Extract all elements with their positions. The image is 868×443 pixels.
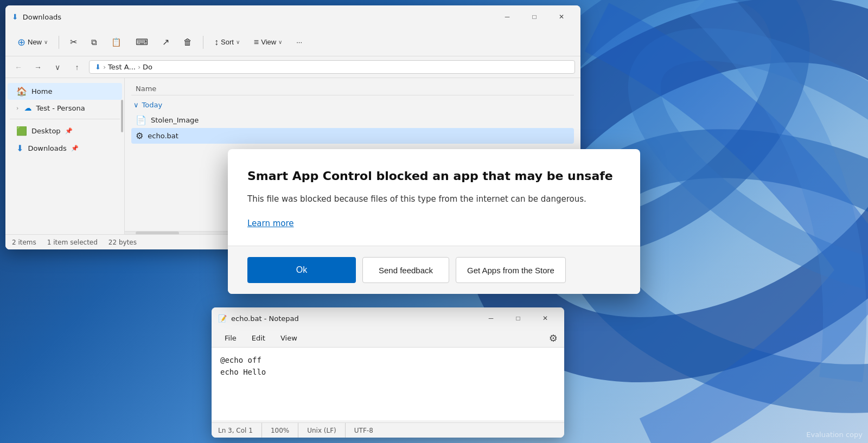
dialog-overlay: Smart App Control blocked an app that ma…	[0, 0, 868, 443]
dialog-title: Smart App Control blocked an app that ma…	[247, 169, 621, 184]
get-apps-button[interactable]: Get Apps from the Store	[456, 257, 566, 283]
dialog-description: This file was blocked because files of t…	[247, 193, 621, 206]
smart-app-control-dialog: Smart App Control blocked an app that ma…	[228, 149, 640, 294]
dialog-footer: Ok Send feedback Get Apps from the Store	[228, 246, 640, 294]
send-feedback-button[interactable]: Send feedback	[362, 257, 449, 283]
dialog-body: Smart App Control blocked an app that ma…	[228, 149, 640, 246]
learn-more-link[interactable]: Learn more	[247, 219, 294, 228]
ok-button[interactable]: Ok	[247, 257, 356, 283]
